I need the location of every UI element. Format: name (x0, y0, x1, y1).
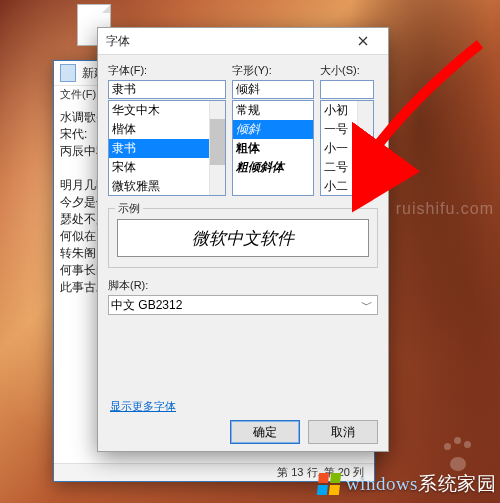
logo-text-b: 系统家园 (418, 473, 496, 494)
style-list-item[interactable]: 常规 (233, 101, 313, 120)
scroll-thumb[interactable] (358, 137, 373, 167)
close-button[interactable] (346, 31, 380, 51)
style-list-item[interactable]: 粗体 (233, 139, 313, 158)
script-select[interactable]: 中文 GB2312 ﹀ (108, 295, 378, 315)
cancel-button[interactable]: 取消 (308, 420, 378, 444)
dialog-title-text: 字体 (106, 33, 346, 50)
script-value: 中文 GB2312 (111, 297, 182, 314)
size-input[interactable] (320, 80, 374, 99)
notepad-icon (60, 64, 76, 82)
watermark: ruishifu.com (396, 200, 494, 218)
size-label: 大小(S): (320, 63, 374, 78)
font-list-item[interactable]: 华文中木 (109, 101, 225, 120)
sample-text: 微软中文软件 (117, 219, 369, 257)
windows-logo-icon (317, 473, 341, 495)
scroll-thumb[interactable] (210, 119, 225, 165)
chevron-down-icon: ﹀ (359, 297, 375, 314)
font-list-scrollbar[interactable] (209, 101, 225, 195)
font-list[interactable]: 华文中木楷体隶书宋体微软雅黑新宋体幼圆 (108, 100, 226, 196)
size-list[interactable]: 小初一号小一二号小二三号小三 (320, 100, 374, 196)
style-label: 字形(Y): (232, 63, 314, 78)
style-list-item[interactable]: 倾斜 (233, 120, 313, 139)
script-label: 脚本(R): (108, 278, 378, 293)
font-list-item[interactable]: 楷体 (109, 120, 225, 139)
size-list-scrollbar[interactable] (357, 101, 373, 195)
font-list-item[interactable]: 宋体 (109, 158, 225, 177)
font-list-item[interactable]: 微软雅黑 (109, 177, 225, 196)
more-fonts-link[interactable]: 显示更多字体 (110, 399, 176, 414)
font-label: 字体(F): (108, 63, 226, 78)
font-dialog: 字体 字体(F): 华文中木楷体隶书宋体微软雅黑新宋体幼圆 字形(Y): 常规倾… (97, 27, 389, 452)
dialog-titlebar[interactable]: 字体 (98, 28, 388, 55)
logo-text-a: windows (346, 473, 418, 494)
font-input[interactable] (108, 80, 226, 99)
ok-button[interactable]: 确定 (230, 420, 300, 444)
style-list[interactable]: 常规倾斜粗体粗倾斜体 (232, 100, 314, 196)
close-icon (358, 36, 368, 46)
style-list-item[interactable]: 粗倾斜体 (233, 158, 313, 177)
style-input[interactable] (232, 80, 314, 99)
site-logo: windows系统家园 (4, 467, 496, 501)
font-list-item[interactable]: 隶书 (109, 139, 225, 158)
sample-group: 示例 微软中文软件 (108, 208, 378, 268)
sample-label: 示例 (115, 201, 143, 216)
